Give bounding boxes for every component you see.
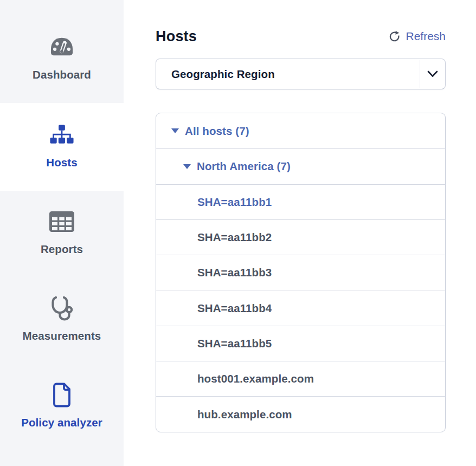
tree-item-label: hub.example.com [197, 408, 292, 421]
hosts-tree: All hosts (7) North America (7) SHA=aa11… [156, 113, 446, 432]
nav-item-label: Measurements [23, 329, 101, 342]
stethoscope-icon [48, 294, 76, 323]
nav-item-label: Dashboard [33, 68, 91, 81]
nav-item-label: Policy analyzer [21, 416, 102, 429]
document-icon [50, 381, 74, 409]
refresh-icon [389, 30, 401, 42]
tree-item-label: All hosts (7) [185, 125, 249, 138]
chevron-down-icon [420, 70, 445, 77]
gauge-icon [48, 33, 75, 62]
sitemap-icon [49, 120, 75, 150]
caret-down-icon[interactable] [171, 128, 179, 133]
tree-row-sha-aa11bb4[interactable]: SHA=aa11bb4 [156, 290, 445, 325]
tree-row-sha-aa11bb3[interactable]: SHA=aa11bb3 [156, 255, 445, 290]
group-by-selected-value: Geographic Region [156, 68, 420, 81]
document-icon [50, 380, 74, 410]
sidebar-item-dashboard[interactable]: Dashboard [0, 0, 124, 103]
tree-item-label: SHA=aa11bb2 [197, 231, 272, 244]
nav-item-label: Reports [41, 243, 83, 256]
group-by-select[interactable]: Geographic Region [156, 59, 446, 89]
tree-row-all-hosts-7-[interactable]: All hosts (7) [156, 113, 445, 148]
tree-item-label: SHA=aa11bb3 [197, 266, 272, 279]
tree-item-label: host001.example.com [197, 372, 314, 385]
tree-row-sha-aa11bb5[interactable]: SHA=aa11bb5 [156, 326, 445, 361]
chevron-down-icon [427, 70, 438, 77]
page-header: Hosts Refresh [156, 27, 446, 46]
sidebar-item-policy-analyzer[interactable]: Policy analyzer [0, 364, 124, 451]
nav-item-label: Hosts [46, 156, 77, 169]
app-root: Dashboard Hosts Reports Measurements [0, 0, 476, 466]
tree-row-host001-example-com[interactable]: host001.example.com [156, 361, 445, 396]
table-icon [49, 211, 75, 232]
sitemap-icon [49, 124, 75, 146]
sidebar-item-reports[interactable]: Reports [0, 191, 124, 277]
tree-row-sha-aa11bb1[interactable]: SHA=aa11bb1 [156, 184, 445, 219]
table-icon [49, 207, 75, 236]
gauge-icon [48, 36, 75, 59]
refresh-icon [389, 30, 401, 42]
sidebar-item-hosts[interactable]: Hosts [0, 103, 124, 191]
tree-item-label: SHA=aa11bb1 [197, 196, 272, 209]
sidebar: Dashboard Hosts Reports Measurements [0, 0, 124, 466]
tree-item-label: SHA=aa11bb4 [197, 302, 272, 315]
tree-row-hub-example-com[interactable]: hub.example.com [156, 396, 445, 431]
sidebar-item-measurements[interactable]: Measurements [0, 277, 124, 364]
refresh-label: Refresh [406, 30, 446, 43]
tree-row-north-america-7-[interactable]: North America (7) [156, 148, 445, 184]
main-content: Hosts Refresh Geographic Region All host… [124, 0, 476, 466]
caret-down-icon[interactable] [183, 164, 191, 169]
page-title: Hosts [156, 27, 197, 46]
refresh-button[interactable]: Refresh [389, 30, 446, 43]
stethoscope-icon [48, 294, 76, 322]
tree-row-sha-aa11bb2[interactable]: SHA=aa11bb2 [156, 219, 445, 255]
tree-item-label: North America (7) [197, 160, 291, 173]
tree-item-label: SHA=aa11bb5 [197, 337, 272, 350]
